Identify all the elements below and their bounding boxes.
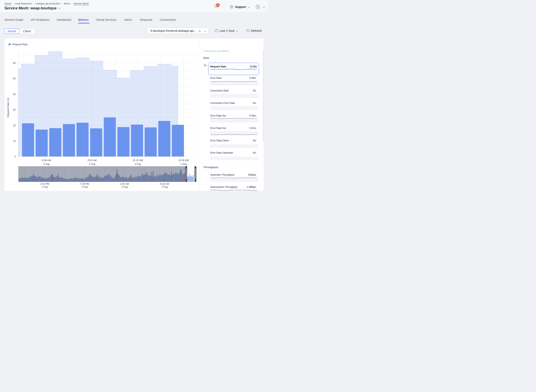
svg-text:2 Aug: 2 Aug <box>121 185 128 188</box>
svg-text:30: 30 <box>13 108 16 111</box>
svg-text:1 Aug: 1 Aug <box>81 185 88 188</box>
svg-text:10:10 AM: 10:10 AM <box>133 159 143 162</box>
svg-text:0: 0 <box>14 155 16 158</box>
svg-text:1:00 AM: 1:00 AM <box>120 182 129 185</box>
svg-text:60: 60 <box>13 61 16 64</box>
svg-text:2 Aug: 2 Aug <box>43 163 50 165</box>
svg-text:1:53 PM: 1:53 PM <box>40 182 49 185</box>
svg-text:2 Aug: 2 Aug <box>135 163 141 165</box>
svg-text:10:26 AM: 10:26 AM <box>178 159 189 162</box>
svg-text:20: 20 <box>13 124 16 127</box>
svg-text:50: 50 <box>13 77 16 80</box>
svg-text:2 Aug: 2 Aug <box>89 163 95 165</box>
svg-text:Request Rate (/s): Request Rate (/s) <box>7 98 9 117</box>
svg-text:9:36 AM: 9:36 AM <box>42 159 51 162</box>
svg-text:2 Aug: 2 Aug <box>180 163 187 165</box>
svg-text:10: 10 <box>13 140 16 142</box>
svg-text:9:53 AM: 9:53 AM <box>88 159 97 162</box>
svg-text:1 Aug: 1 Aug <box>41 185 48 188</box>
svg-text:6:33 AM: 6:33 AM <box>160 182 169 185</box>
svg-text:2 Aug: 2 Aug <box>161 185 168 188</box>
svg-text:40: 40 <box>13 93 16 96</box>
svg-text:7:26 PM: 7:26 PM <box>80 182 89 185</box>
